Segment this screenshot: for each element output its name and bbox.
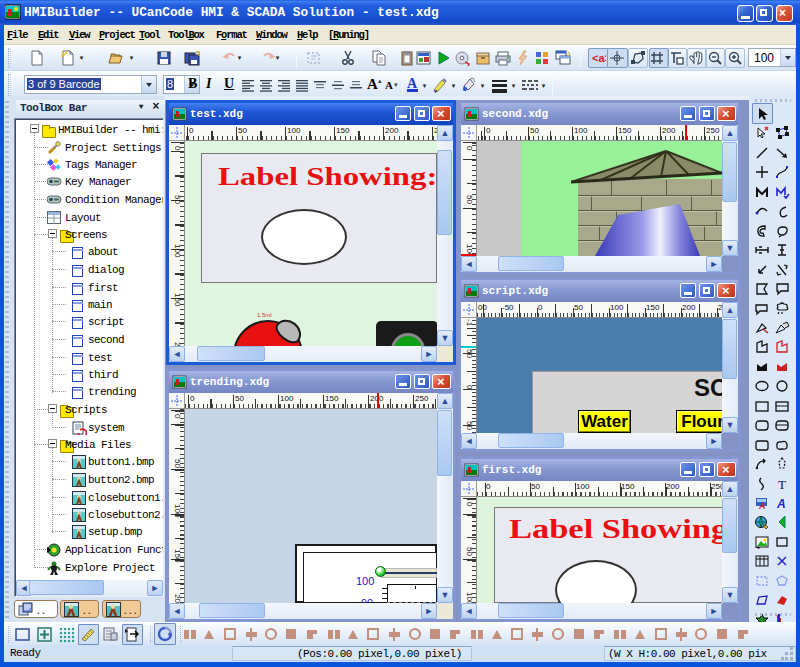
svg-text:A: A <box>776 497 786 511</box>
svg-text:A: A <box>758 501 766 511</box>
svg-text:T: T <box>778 477 786 492</box>
svg-text:<a>: <a> <box>592 52 606 64</box>
